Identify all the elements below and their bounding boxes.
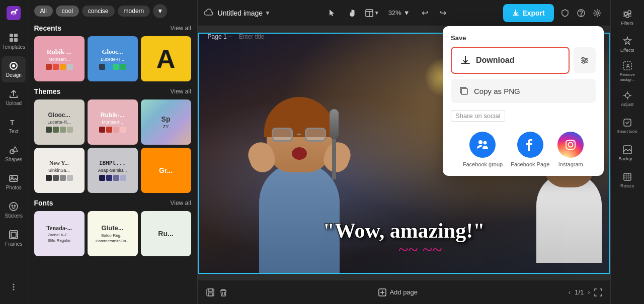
theme-card-1[interactable]: Rubik-... Montserr... [88,99,138,145]
sidebar-item-stickers[interactable]: Stickers [2,197,26,223]
sidebar-item-templates[interactable]: Templates [2,28,26,54]
bottom-bar: Add page ‹ 1/1 › [198,280,610,304]
filter-cool[interactable]: cool [56,6,79,17]
font-card-1[interactable]: Glute... Baloo-Reg... HammersmithOn... [88,211,138,256]
sidebar-item-text[interactable]: T Text [2,113,26,139]
svg-rect-50 [624,173,631,180]
save-icon[interactable] [206,288,215,297]
download-dropdown: Save Download Copy as PNG [443,26,604,176]
download-settings-button[interactable] [574,47,596,73]
doc-title[interactable]: Untitled image ▼ [218,9,271,17]
trash-icon[interactable] [219,288,228,297]
filters-label: Filters [621,21,634,26]
theme-card-0[interactable]: Glooc... Lucette-R... [34,99,85,145]
download-button[interactable]: Download [451,47,570,74]
sidebar-item-label: Text [9,129,18,134]
smart-tools-label: Smart tools [617,129,637,134]
instagram-item[interactable]: Instagram [557,132,584,168]
settings-icon[interactable] [590,6,604,20]
effects-tool[interactable]: Effects [612,31,642,57]
font-card-0[interactable]: Tenada-... Zocbel X-E... Stilu-Regular [34,211,85,256]
sidebar-item-label: Design [6,72,22,78]
font-card-recent-1[interactable]: Glooc... Lucette-R... [88,36,138,81]
instagram-icon [557,132,584,158]
hand-tool[interactable] [344,5,360,21]
right-sidebar: Filters Effects Remove backgr... Adjust … [610,0,644,304]
svg-point-61 [569,143,573,147]
layout-tool[interactable]: ▼ [364,5,380,21]
smart-tools-tool[interactable]: Smart tools [612,113,642,139]
next-page-icon[interactable]: › [588,288,590,296]
theme-card-3[interactable]: New Y... SinkinSa... [34,148,85,193]
font-card-2[interactable]: Ru... [141,211,191,256]
theme-card-2[interactable]: Sp ZY [141,99,191,145]
sidebar-item-shapes[interactable]: Shapes [2,141,26,167]
facebook-page-item[interactable]: Facebook Page [511,132,549,168]
filters-tool[interactable]: Filters [612,4,642,30]
zoom-control[interactable]: 32% ▼ [384,7,414,19]
svg-point-58 [478,140,482,144]
sidebar-item-design[interactable]: Design [2,56,26,82]
svg-rect-4 [14,34,18,37]
sidebar-item-label: Photos [6,185,22,190]
prev-page-icon[interactable]: ‹ [569,288,571,296]
themes-view-all[interactable]: View all [170,88,191,95]
filter-concise[interactable]: concise [82,6,115,17]
themes-header: Themes View all [34,87,191,95]
sidebar-item-photos[interactable]: Photos [2,169,26,195]
fullscreen-icon[interactable] [594,288,602,296]
theme-card-4[interactable]: IBMPl... Asap-SemiB... [88,148,138,193]
recents-view-all[interactable]: View all [170,25,191,32]
resize-label: Resize [620,183,634,188]
svg-rect-57 [461,88,467,94]
sidebar-item-frames[interactable]: Frames [2,225,26,251]
svg-point-62 [573,142,574,143]
svg-rect-18 [11,232,16,237]
top-bar-icons [558,6,604,20]
svg-point-21 [13,289,15,290]
select-tool[interactable] [324,5,340,21]
fonts-cards: Tenada-... Zocbel X-E... Stilu-Regular G… [34,211,191,256]
svg-point-55 [585,59,587,61]
facebook-group-item[interactable]: Facebook group [463,132,503,168]
svg-point-54 [582,57,584,59]
themes-row1: Glooc... Lucette-R... Rubik-... Montserr… [34,99,191,145]
remove-bg-label: Remove backgr... [612,72,642,82]
sidebar-item-more[interactable] [2,274,26,300]
canvas-squiggle: ~~ ~~ [398,239,442,260]
sidebar-item-upload[interactable]: Upload [2,84,26,111]
filter-more-btn[interactable]: ▼ [153,4,167,18]
sidebar-item-label: Templates [2,44,25,50]
cloud-icon [204,8,214,18]
canvas-person-left [239,92,360,273]
export-button[interactable]: Export [503,4,553,22]
share-on-social-label: Share on social [451,110,505,122]
filter-all[interactable]: All [34,6,53,17]
undo-button[interactable]: ↩ [418,6,432,20]
page-title-input[interactable] [236,32,317,41]
resize-tool[interactable]: Resize [612,167,642,193]
facebook-page-label: Facebook Page [511,161,549,168]
svg-rect-60 [566,140,575,149]
font-card-recent-0[interactable]: Rubik-... Montserr... [34,36,85,81]
save-label: Save [451,34,596,42]
shield-icon[interactable] [558,6,572,20]
effects-label: Effects [620,48,634,53]
font-card-recent-2[interactable]: A [141,36,191,81]
svg-rect-33 [208,293,212,296]
filter-modern[interactable]: modern [118,6,150,17]
add-page-btn[interactable]: Add page [378,288,418,296]
help-icon[interactable] [574,6,588,20]
background-tool[interactable]: Backgr... [612,140,642,166]
svg-rect-5 [10,38,13,42]
theme-card-5[interactable]: Gr... [141,148,191,193]
copy-png-button[interactable]: Copy as PNG [451,79,596,103]
svg-rect-6 [14,38,18,42]
svg-point-27 [596,12,598,14]
adjust-tool[interactable]: Adjust [612,85,642,112]
app-logo[interactable] [5,4,23,22]
redo-button[interactable]: ↪ [436,6,450,20]
svg-point-14 [10,202,18,211]
remove-bg-tool[interactable]: Remove backgr... [612,58,642,84]
fonts-view-all[interactable]: View all [170,199,191,207]
